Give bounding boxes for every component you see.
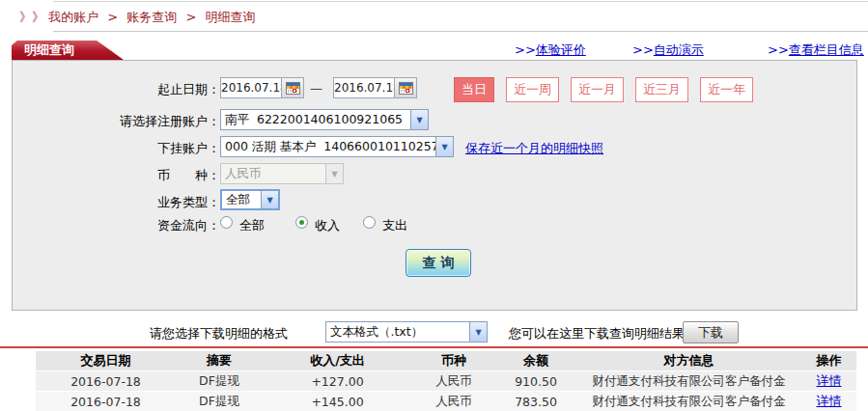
download-format-label: 请您选择下载明细的格式 [150,325,288,342]
flow-radio-all-label[interactable]: 全部 [239,217,265,234]
quick-range-today-button[interactable]: 当日 [454,77,494,102]
experience-rating-link[interactable]: >>体验评价 [515,41,586,59]
download-button[interactable]: 下载 [683,321,739,343]
breadcrumb-item-detail-query: 明细查询 [206,10,256,24]
currency-label: 币 种： [56,167,220,184]
col-header-action: 操作 [801,351,856,370]
quick-range-week-button[interactable]: 近一周 [506,77,559,102]
details-link[interactable]: 详情 [817,394,842,408]
chevron-down-icon: ▼ [410,110,428,129]
table-top-divider [0,346,868,348]
table-header-row: 交易日期 摘要 收入/支出 币种 余额 对方信息 操作 [36,351,856,370]
detail-query-page: 》》 我的账户 > 账务查询 > 明细查询 明细查询 >>体验评价 >>自动演示… [0,0,868,411]
col-header-currency: 币种 [412,351,495,370]
cell-date: 2016-07-18 [36,371,176,391]
date-range-dash: — [310,81,322,96]
cell-currency: 人民币 [412,371,495,391]
flow-radio-all[interactable] [220,216,233,229]
date-from-calendar-button[interactable] [281,78,303,97]
breadcrumb-divider [53,31,868,32]
currency-select: 人民币 ▼ [220,163,344,184]
top-divider [53,1,868,2]
calendar-icon [286,82,300,95]
date-to-calendar-button[interactable] [394,78,416,97]
biz-type-label: 业务类型： [56,194,220,211]
breadcrumb-prefix: 》》 [19,10,44,24]
cell-currency: 人民币 [412,392,495,411]
sub-account-select[interactable]: 000 活期 基本户 1406600101102571848 ▼ [220,136,454,157]
col-header-date: 交易日期 [36,351,176,370]
auto-demo-link[interactable]: >>自动演示 [632,41,704,59]
link-prefix: >> [515,42,536,57]
table-row: 2016-07-18 DF提现 +145.00 人民币 783.50 财付通支付… [36,392,856,411]
col-header-summary: 摘要 [176,351,263,370]
column-info-link[interactable]: >>查看栏目信息 [768,41,864,59]
quick-range-quarter-button[interactable]: 近三月 [635,77,688,102]
breadcrumb-item-my-account[interactable]: 我的账户 [48,10,98,24]
flow-radio-expense[interactable] [363,216,376,229]
date-from-input[interactable] [221,78,281,97]
cell-amount: +127.00 [263,371,412,391]
breadcrumb-separator: > [185,10,196,24]
sub-account-label: 下挂账户： [56,140,220,157]
download-hint-label: 您可以在这里下载查询明细结果 [509,325,685,342]
calendar-icon [399,82,413,95]
date-range-label: 起止日期： [56,81,220,98]
cell-summary: DF提现 [176,371,263,391]
col-header-amount: 收入/支出 [263,351,412,370]
date-to-field [333,77,417,98]
table-row: 2016-07-18 DF提现 +127.00 人民币 910.50 财付通支付… [36,371,856,391]
query-button[interactable]: 查 询 [406,249,471,277]
cell-counterparty: 财付通支付科技有限公司客户备付金 [576,371,801,391]
cell-balance: 910.50 [495,371,576,391]
link-prefix: >> [632,42,654,57]
quick-range-month-button[interactable]: 近一月 [571,77,624,102]
tab-detail-query[interactable]: 明细查询 [12,41,124,60]
breadcrumb-separator: > [107,10,118,24]
link-prefix: >> [768,42,789,57]
chevron-down-icon: ▼ [325,164,343,183]
col-header-balance: 余额 [495,351,576,370]
biz-type-select[interactable]: 全部 ▼ [220,189,280,210]
cell-counterparty: 财付通支付科技有限公司客户备付金 [576,392,801,411]
flow-radio-income-label[interactable]: 收入 [315,217,340,234]
download-format-select[interactable]: 文本格式（.txt） ▼ [325,321,488,342]
flow-radio-expense-label[interactable]: 支出 [382,217,407,234]
col-header-counterparty: 对方信息 [576,351,801,370]
chevron-down-icon: ▼ [261,191,278,208]
cell-amount: +145.00 [263,392,412,411]
cell-date: 2016-07-18 [36,392,176,411]
breadcrumb: 》》 我的账户 > 账务查询 > 明细查询 [19,9,256,26]
date-from-field [220,77,304,98]
chevron-down-icon: ▼ [469,322,487,342]
transactions-table: 交易日期 摘要 收入/支出 币种 余额 对方信息 操作 2016-07-18 D… [36,350,856,411]
flow-label: 资金流向： [56,217,220,234]
cell-summary: DF提现 [176,392,263,411]
radio-dot [299,220,304,225]
quick-range-year-button[interactable]: 近一年 [700,77,753,102]
snapshot-link[interactable]: 保存近一个月的明细快照 [465,140,603,157]
register-account-label: 请选择注册账户： [56,113,220,130]
date-to-input[interactable] [334,78,394,97]
details-link[interactable]: 详情 [817,373,842,388]
quick-range-buttons: 当日 近一周 近一月 近三月 近一年 [454,77,753,102]
chevron-down-icon: ▼ [435,137,453,156]
cell-balance: 783.50 [495,392,576,411]
flow-radio-income[interactable] [295,216,308,229]
register-account-select[interactable]: 南平 6222001406100921065 灵通卡 ▼ [220,109,429,130]
breadcrumb-item-account-query[interactable]: 账务查询 [126,10,177,24]
